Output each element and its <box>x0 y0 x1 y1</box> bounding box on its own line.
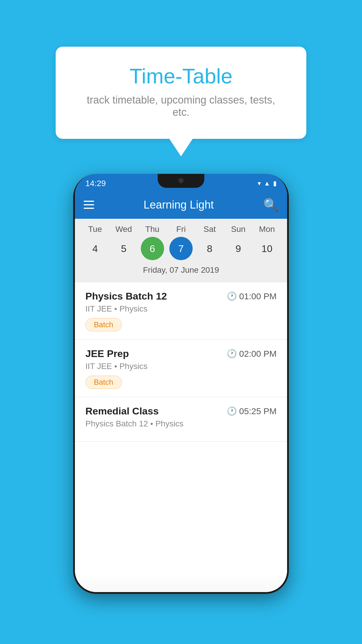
calendar-strip: Tue Wed Thu Fri Sat Sun Mon 4 5 6 7 8 9 … <box>75 219 287 282</box>
day-headers: Tue Wed Thu Fri Sat Sun Mon <box>75 225 287 234</box>
schedule-item-1[interactable]: Physics Batch 12 🕐 01:00 PM IIT JEE • Ph… <box>75 282 287 340</box>
schedule-item-1-header: Physics Batch 12 🕐 01:00 PM <box>85 290 277 302</box>
day-numbers: 4 5 6 7 8 9 10 <box>75 237 287 260</box>
clock-icon-3: 🕐 <box>227 406 237 416</box>
signal-icon: ▲ <box>264 180 270 187</box>
search-icon[interactable]: 🔍 <box>263 198 278 212</box>
status-time: 14:29 <box>85 179 106 188</box>
menu-line-2 <box>84 204 94 205</box>
menu-line-1 <box>84 201 94 202</box>
day-6-today[interactable]: 6 <box>141 237 164 260</box>
schedule-item-3-subtitle: Physics Batch 12 • Physics <box>85 419 277 428</box>
selected-date-label: Friday, 07 June 2019 <box>75 263 287 279</box>
clock-icon-2: 🕐 <box>227 349 237 358</box>
day-7-selected[interactable]: 7 <box>169 237 193 260</box>
day-10[interactable]: 10 <box>255 237 279 260</box>
phone-outer: 14:29 ▾ ▲ ▮ Learning Light 🔍 <box>73 174 289 594</box>
schedule-item-2-header: JEE Prep 🕐 02:00 PM <box>85 348 277 359</box>
camera-icon <box>178 178 184 183</box>
clock-icon-1: 🕐 <box>227 291 237 301</box>
schedule-item-1-subtitle: IIT JEE • Physics <box>85 304 277 314</box>
battery-icon: ▮ <box>273 180 277 187</box>
day-4[interactable]: 4 <box>83 237 107 260</box>
status-icons: ▾ ▲ ▮ <box>258 180 277 187</box>
day-header-sun: Sun <box>227 225 250 234</box>
day-header-tue: Tue <box>83 225 107 234</box>
app-bar: Learning Light 🔍 <box>75 191 287 219</box>
schedule-item-1-title: Physics Batch 12 <box>85 290 167 302</box>
speech-bubble-title: Time-Table <box>79 64 283 88</box>
app-title: Learning Light <box>144 199 214 211</box>
hamburger-menu-button[interactable] <box>84 201 94 209</box>
day-header-thu: Thu <box>141 225 164 234</box>
schedule-item-3-title: Remedial Class <box>85 405 159 417</box>
schedule-item-3-header: Remedial Class 🕐 05:25 PM <box>85 405 277 417</box>
day-header-mon: Mon <box>255 225 279 234</box>
menu-line-3 <box>84 208 94 209</box>
day-5[interactable]: 5 <box>112 237 135 260</box>
speech-bubble-subtitle: track timetable, upcoming classes, tests… <box>79 94 283 118</box>
phone-notch <box>158 174 204 188</box>
speech-bubble-tail <box>169 139 193 156</box>
day-9[interactable]: 9 <box>227 237 250 260</box>
schedule-item-2-subtitle: IIT JEE • Physics <box>85 362 277 371</box>
day-8[interactable]: 8 <box>198 237 221 260</box>
day-header-wed: Wed <box>112 225 135 234</box>
schedule-list: Physics Batch 12 🕐 01:00 PM IIT JEE • Ph… <box>75 282 287 592</box>
day-header-sat: Sat <box>198 225 221 234</box>
schedule-item-3-time: 🕐 05:25 PM <box>227 406 277 416</box>
schedule-item-1-time: 🕐 01:00 PM <box>227 291 277 301</box>
batch-badge-2: Batch <box>85 376 122 389</box>
day-header-fri: Fri <box>169 225 193 234</box>
phone-wrapper: 14:29 ▾ ▲ ▮ Learning Light 🔍 <box>73 174 289 594</box>
speech-bubble-container: Time-Table track timetable, upcoming cla… <box>56 47 306 156</box>
phone-screen: 14:29 ▾ ▲ ▮ Learning Light 🔍 <box>75 174 287 592</box>
wifi-icon: ▾ <box>258 180 261 187</box>
schedule-item-2-time: 🕐 02:00 PM <box>227 349 277 359</box>
schedule-item-3[interactable]: Remedial Class 🕐 05:25 PM Physics Batch … <box>75 397 287 442</box>
batch-badge-1: Batch <box>85 318 122 331</box>
speech-bubble: Time-Table track timetable, upcoming cla… <box>56 47 306 139</box>
schedule-item-2-title: JEE Prep <box>85 348 129 359</box>
schedule-item-2[interactable]: JEE Prep 🕐 02:00 PM IIT JEE • Physics Ba… <box>75 340 287 397</box>
